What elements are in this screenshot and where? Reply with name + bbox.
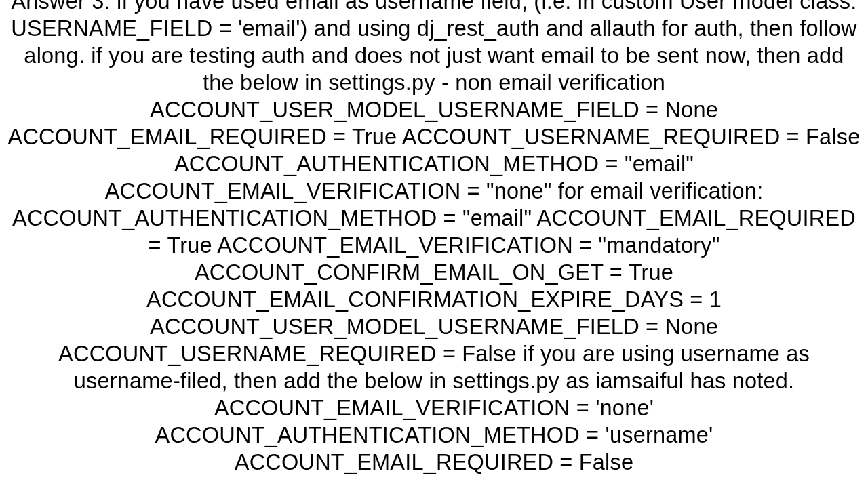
document-viewport: Answer 3: if you have used email as user… <box>0 0 868 488</box>
answer-body-text: Answer 3: if you have used email as user… <box>0 0 868 476</box>
